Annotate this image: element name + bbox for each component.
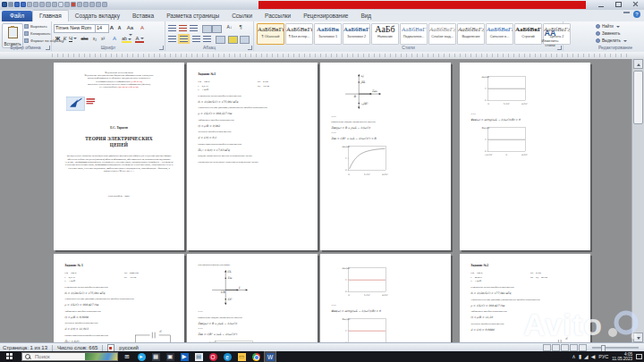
print-layout-button[interactable] bbox=[543, 344, 551, 351]
search-daily-image[interactable] bbox=[85, 352, 117, 361]
superscript-button[interactable]: x² bbox=[99, 35, 106, 42]
ribbon-tab[interactable]: Вид bbox=[354, 11, 377, 21]
document-page-1[interactable]: Федеральное агентство связиФедеральное г… bbox=[54, 63, 184, 250]
movies-tv-icon[interactable]: ▶ bbox=[179, 351, 190, 362]
show-marks-button[interactable]: ¶ bbox=[237, 23, 244, 30]
word-icon[interactable] bbox=[2, 2, 7, 7]
print-preview-icon[interactable] bbox=[46, 2, 51, 7]
battery-icon[interactable]: ▮ bbox=[579, 351, 581, 362]
photos-icon[interactable]: ▣ bbox=[165, 351, 175, 362]
page-count-status[interactable]: Страница: 1 из 13 bbox=[3, 345, 47, 350]
vertical-scrollbar[interactable] bbox=[631, 59, 644, 342]
language-indicator[interactable]: РУС bbox=[598, 354, 608, 359]
ribbon-tab[interactable]: Создать вкладку bbox=[69, 11, 126, 21]
subscript-button[interactable]: x₂ bbox=[91, 35, 98, 42]
redo-icon[interactable] bbox=[21, 2, 26, 7]
action-center-icon[interactable] bbox=[636, 354, 642, 359]
change-styles-button[interactable]: АА Изменить стили bbox=[539, 23, 561, 45]
eraser-icon[interactable] bbox=[77, 2, 82, 7]
document-page-5[interactable]: Задание № 1Uм = 100 ВRн = 2200 ОмL = 0,5… bbox=[54, 254, 184, 342]
document-page-6[interactable]: Построим векторную диаграмму: ULUм URIUC… bbox=[187, 254, 318, 342]
select-button[interactable]: Выделить bbox=[596, 38, 627, 43]
dialog-launcher-icon[interactable] bbox=[159, 46, 164, 50]
print-icon[interactable] bbox=[39, 2, 45, 7]
scroll-up-icon[interactable] bbox=[633, 59, 643, 69]
align-left-button[interactable] bbox=[168, 36, 176, 42]
document-page-7[interactable]: Zвх(ω)1001∙10⁵2∙10⁵ ХХХΦвх(ω) = arctg((ω… bbox=[320, 254, 451, 342]
document-page-2[interactable]: Задание №1Uм = 100 ВRн = 4 ОмL = 0,5 ГнR… bbox=[187, 63, 318, 250]
search-input[interactable] bbox=[33, 353, 85, 360]
word-icon[interactable]: W bbox=[265, 351, 275, 362]
line-spacing-button[interactable] bbox=[216, 36, 225, 44]
grow-font-button[interactable]: А bbox=[108, 24, 115, 31]
explorer-icon[interactable]: ▭ bbox=[236, 351, 247, 362]
change-case-button[interactable]: Аа bbox=[125, 24, 135, 31]
style-item[interactable]: АаБб Название bbox=[371, 23, 399, 45]
bullets-button[interactable] bbox=[168, 25, 176, 31]
ribbon-tab[interactable]: Ссылки bbox=[225, 11, 258, 21]
dialog-launcher-icon[interactable] bbox=[46, 46, 50, 50]
tab-file[interactable]: Файл bbox=[2, 11, 32, 21]
numbering-button[interactable] bbox=[179, 25, 187, 31]
network-icon[interactable]: ◢ bbox=[584, 351, 589, 362]
save-icon[interactable] bbox=[8, 2, 13, 7]
shading-button[interactable] bbox=[228, 36, 238, 44]
maximize-button[interactable] bbox=[613, 1, 624, 8]
edge-icon[interactable]: e bbox=[222, 351, 233, 362]
ribbon-tab[interactable]: Вставка bbox=[126, 11, 160, 21]
hidden-icons-chevron-icon[interactable]: ∧ bbox=[572, 351, 575, 362]
ribbon-tab[interactable]: Рецензирование bbox=[297, 11, 354, 21]
full-screen-reading-button[interactable] bbox=[552, 344, 560, 351]
style-item[interactable]: АаБбВвГгД ¶ Без интер... bbox=[285, 23, 313, 45]
find-button[interactable]: Найти bbox=[596, 24, 620, 29]
font-size-select[interactable]: 14 bbox=[95, 24, 109, 33]
task-view-icon[interactable]: ⊞ bbox=[122, 351, 132, 362]
dialog-launcher-icon[interactable] bbox=[557, 46, 562, 50]
table-icon[interactable] bbox=[58, 2, 64, 7]
collapse-ribbon-icon[interactable] bbox=[623, 12, 630, 18]
clock[interactable]: 4:05 11.05.2023 bbox=[612, 352, 632, 361]
italic-button[interactable]: К bbox=[62, 35, 68, 42]
borders-button[interactable] bbox=[240, 36, 250, 44]
style-item[interactable]: АаБбВвГгД Сильное в... bbox=[486, 23, 513, 45]
font-color-button[interactable]: А bbox=[135, 35, 144, 42]
ribbon-tab[interactable]: Главная bbox=[32, 10, 69, 21]
style-item[interactable]: АаБбВвГ Заголовок 2 bbox=[343, 23, 370, 45]
scrollbar-thumb[interactable] bbox=[633, 71, 643, 124]
cut-button[interactable]: Вырезать bbox=[24, 24, 47, 29]
style-item[interactable]: АаБбВвГгД ¶ Обычный bbox=[257, 23, 284, 45]
justify-button[interactable] bbox=[203, 36, 211, 42]
envelope-icon[interactable] bbox=[102, 2, 107, 7]
calculator-icon[interactable]: ▦ bbox=[150, 351, 161, 362]
sort-button[interactable]: А↓ bbox=[225, 23, 234, 30]
dialog-launcher-icon[interactable] bbox=[248, 46, 252, 50]
clear-formatting-button[interactable]: А bbox=[139, 24, 146, 31]
start-button[interactable] bbox=[0, 351, 20, 362]
picture-icon[interactable] bbox=[89, 2, 95, 7]
outline-button[interactable] bbox=[570, 344, 578, 351]
draft-button[interactable] bbox=[579, 344, 587, 351]
word-count-status[interactable]: Число слов: 665 bbox=[57, 345, 97, 350]
replace-button[interactable]: Заменить bbox=[596, 31, 620, 36]
bold-button[interactable]: Ж bbox=[55, 35, 61, 42]
style-item[interactable]: АаБбВв Заголовок 1 bbox=[314, 23, 342, 45]
multilevel-list-button[interactable] bbox=[190, 25, 198, 31]
style-item[interactable]: АаБбВвГгД Выделение bbox=[457, 23, 485, 45]
zoom-slider[interactable] bbox=[592, 347, 639, 349]
font-name-select[interactable]: Times New Rom bbox=[54, 24, 97, 33]
hyperlink-icon[interactable] bbox=[83, 2, 89, 7]
chrome-icon[interactable] bbox=[250, 351, 261, 362]
ribbon-tab[interactable]: Рассылки bbox=[258, 11, 297, 21]
text-effects-button[interactable]: А bbox=[111, 35, 118, 42]
align-right-button[interactable] bbox=[192, 36, 200, 42]
notepad-icon[interactable]: ▤ bbox=[193, 351, 204, 362]
volume-icon[interactable]: ◀ bbox=[591, 351, 596, 362]
chart-icon[interactable] bbox=[96, 2, 101, 7]
language-status[interactable]: русский bbox=[119, 345, 139, 350]
draw-table-icon[interactable] bbox=[64, 2, 70, 7]
web-layout-button[interactable] bbox=[561, 344, 569, 351]
strikethrough-button[interactable]: abc bbox=[80, 35, 89, 42]
increase-indent-button[interactable] bbox=[212, 25, 222, 33]
telegram-icon[interactable]: ▸ bbox=[136, 351, 147, 362]
minimize-button[interactable] bbox=[596, 1, 607, 8]
